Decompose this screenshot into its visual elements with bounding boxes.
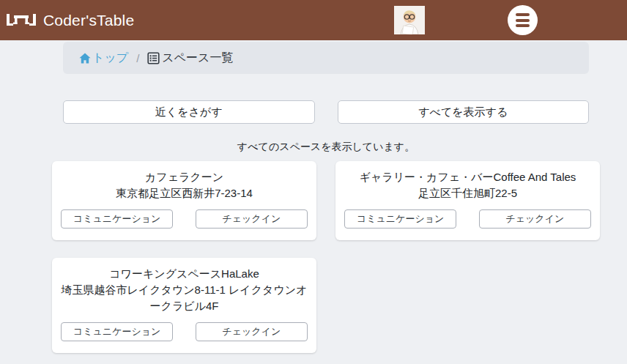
status-message: すべてのスペースを表示しています。 — [63, 141, 589, 154]
space-card-actions: コミュニケーションチェックイン — [344, 209, 591, 229]
hamburger-icon — [516, 19, 530, 22]
checkin-button[interactable]: チェックイン — [196, 209, 308, 229]
breadcrumb-separator: / — [136, 52, 139, 64]
space-address: 埼玉県越谷市レイクタウン8-11-1 レイクタウンオークラビル4F — [61, 282, 308, 314]
checkin-button[interactable]: チェックイン — [196, 322, 308, 341]
space-card: コワーキングスペースHaLake埼玉県越谷市レイクタウン8-11-1 レイクタウ… — [52, 258, 316, 353]
breadcrumb-home-label: トップ — [92, 51, 128, 66]
list-icon — [147, 52, 160, 64]
top-navbar: Coder'sTable — [0, 0, 627, 40]
breadcrumb: トップ / スペース一覧 — [63, 42, 589, 74]
space-address: 東京都足立区西新井7-23-14 — [61, 185, 308, 201]
show-all-button[interactable]: すべてを表示する — [338, 100, 590, 124]
brand-logo-link[interactable]: Coder'sTable — [6, 0, 134, 40]
space-card-actions: コミュニケーションチェックイン — [61, 209, 308, 229]
space-name: カフェラクーン — [61, 169, 308, 185]
user-avatar[interactable] — [394, 6, 425, 34]
hamburger-menu-button[interactable] — [508, 5, 538, 35]
communication-button[interactable]: コミュニケーション — [61, 209, 173, 229]
breadcrumb-current-label: スペース一覧 — [162, 51, 233, 66]
space-card: ギャラリー・カフェ・バーCoffee And Tales足立区千住旭町22-5コ… — [335, 161, 600, 240]
hamburger-icon — [516, 24, 530, 27]
space-card-actions: コミュニケーションチェックイン — [61, 322, 308, 341]
breadcrumb-current: スペース一覧 — [147, 51, 233, 66]
brand-title: Coder'sTable — [43, 12, 134, 29]
home-icon — [79, 53, 91, 64]
table-logo-icon — [6, 10, 37, 31]
space-name: コワーキングスペースHaLake — [61, 266, 308, 282]
communication-button[interactable]: コミュニケーション — [61, 322, 173, 341]
filter-actions: 近くをさがす すべてを表示する — [63, 100, 589, 124]
search-nearby-button[interactable]: 近くをさがす — [63, 100, 315, 124]
space-card: カフェラクーン東京都足立区西新井7-23-14コミュニケーションチェックイン — [52, 161, 316, 240]
hamburger-icon — [516, 13, 530, 16]
communication-button[interactable]: コミュニケーション — [344, 209, 456, 229]
checkin-button[interactable]: チェックイン — [479, 209, 591, 229]
breadcrumb-home-link[interactable]: トップ — [79, 51, 128, 66]
space-list: カフェラクーン東京都足立区西新井7-23-14コミュニケーションチェックインギャ… — [52, 161, 600, 353]
space-address: 足立区千住旭町22-5 — [344, 185, 591, 201]
space-name: ギャラリー・カフェ・バーCoffee And Tales — [344, 169, 591, 185]
